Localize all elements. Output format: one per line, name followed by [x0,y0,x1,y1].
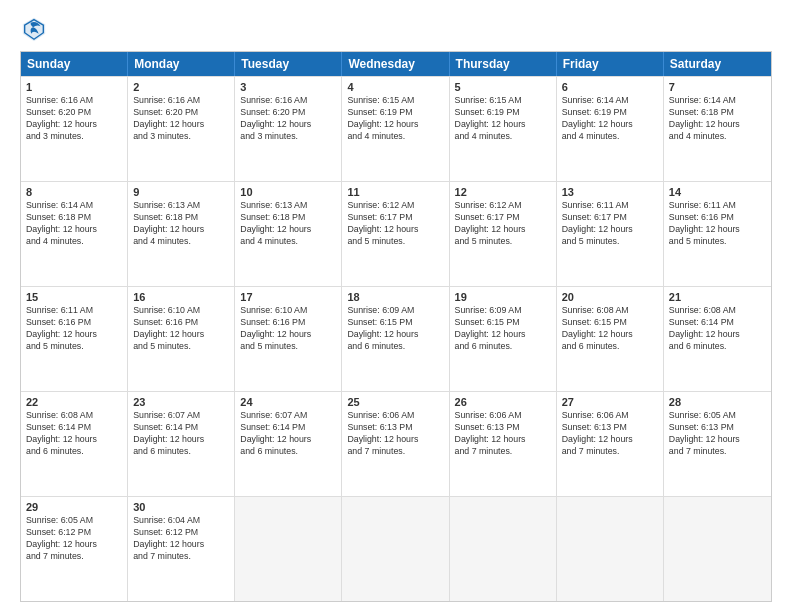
day-info: Sunrise: 6:14 AM Sunset: 6:18 PM Dayligh… [669,95,766,143]
day-number: 29 [26,501,122,513]
day-cell-26: 26Sunrise: 6:06 AM Sunset: 6:13 PM Dayli… [450,392,557,496]
day-info: Sunrise: 6:07 AM Sunset: 6:14 PM Dayligh… [240,410,336,458]
day-cell-24: 24Sunrise: 6:07 AM Sunset: 6:14 PM Dayli… [235,392,342,496]
empty-cell [450,497,557,601]
calendar: SundayMondayTuesdayWednesdayThursdayFrid… [20,51,772,602]
day-info: Sunrise: 6:14 AM Sunset: 6:19 PM Dayligh… [562,95,658,143]
day-info: Sunrise: 6:06 AM Sunset: 6:13 PM Dayligh… [347,410,443,458]
day-info: Sunrise: 6:06 AM Sunset: 6:13 PM Dayligh… [455,410,551,458]
day-number: 7 [669,81,766,93]
day-info: Sunrise: 6:05 AM Sunset: 6:12 PM Dayligh… [26,515,122,563]
day-number: 13 [562,186,658,198]
day-number: 30 [133,501,229,513]
day-cell-6: 6Sunrise: 6:14 AM Sunset: 6:19 PM Daylig… [557,77,664,181]
day-number: 8 [26,186,122,198]
calendar-row-2: 8Sunrise: 6:14 AM Sunset: 6:18 PM Daylig… [21,181,771,286]
day-cell-14: 14Sunrise: 6:11 AM Sunset: 6:16 PM Dayli… [664,182,771,286]
day-cell-2: 2Sunrise: 6:16 AM Sunset: 6:20 PM Daylig… [128,77,235,181]
day-cell-10: 10Sunrise: 6:13 AM Sunset: 6:18 PM Dayli… [235,182,342,286]
day-cell-27: 27Sunrise: 6:06 AM Sunset: 6:13 PM Dayli… [557,392,664,496]
day-number: 21 [669,291,766,303]
page: SundayMondayTuesdayWednesdayThursdayFrid… [0,0,792,612]
day-number: 24 [240,396,336,408]
empty-cell [342,497,449,601]
day-info: Sunrise: 6:09 AM Sunset: 6:15 PM Dayligh… [347,305,443,353]
day-info: Sunrise: 6:13 AM Sunset: 6:18 PM Dayligh… [240,200,336,248]
day-info: Sunrise: 6:14 AM Sunset: 6:18 PM Dayligh… [26,200,122,248]
calendar-row-1: 1Sunrise: 6:16 AM Sunset: 6:20 PM Daylig… [21,76,771,181]
day-cell-5: 5Sunrise: 6:15 AM Sunset: 6:19 PM Daylig… [450,77,557,181]
day-number: 12 [455,186,551,198]
day-info: Sunrise: 6:15 AM Sunset: 6:19 PM Dayligh… [347,95,443,143]
day-cell-23: 23Sunrise: 6:07 AM Sunset: 6:14 PM Dayli… [128,392,235,496]
day-cell-7: 7Sunrise: 6:14 AM Sunset: 6:18 PM Daylig… [664,77,771,181]
calendar-row-3: 15Sunrise: 6:11 AM Sunset: 6:16 PM Dayli… [21,286,771,391]
day-info: Sunrise: 6:08 AM Sunset: 6:14 PM Dayligh… [669,305,766,353]
day-info: Sunrise: 6:15 AM Sunset: 6:19 PM Dayligh… [455,95,551,143]
day-number: 15 [26,291,122,303]
day-info: Sunrise: 6:10 AM Sunset: 6:16 PM Dayligh… [240,305,336,353]
header-day-monday: Monday [128,52,235,76]
day-info: Sunrise: 6:12 AM Sunset: 6:17 PM Dayligh… [347,200,443,248]
day-cell-13: 13Sunrise: 6:11 AM Sunset: 6:17 PM Dayli… [557,182,664,286]
header-day-friday: Friday [557,52,664,76]
day-cell-28: 28Sunrise: 6:05 AM Sunset: 6:13 PM Dayli… [664,392,771,496]
day-info: Sunrise: 6:06 AM Sunset: 6:13 PM Dayligh… [562,410,658,458]
calendar-body: 1Sunrise: 6:16 AM Sunset: 6:20 PM Daylig… [21,76,771,601]
day-cell-22: 22Sunrise: 6:08 AM Sunset: 6:14 PM Dayli… [21,392,128,496]
day-number: 19 [455,291,551,303]
day-info: Sunrise: 6:11 AM Sunset: 6:17 PM Dayligh… [562,200,658,248]
calendar-row-5: 29Sunrise: 6:05 AM Sunset: 6:12 PM Dayli… [21,496,771,601]
day-cell-12: 12Sunrise: 6:12 AM Sunset: 6:17 PM Dayli… [450,182,557,286]
day-info: Sunrise: 6:05 AM Sunset: 6:13 PM Dayligh… [669,410,766,458]
empty-cell [664,497,771,601]
header-day-wednesday: Wednesday [342,52,449,76]
day-number: 6 [562,81,658,93]
empty-cell [235,497,342,601]
day-cell-16: 16Sunrise: 6:10 AM Sunset: 6:16 PM Dayli… [128,287,235,391]
day-number: 10 [240,186,336,198]
day-info: Sunrise: 6:11 AM Sunset: 6:16 PM Dayligh… [669,200,766,248]
day-number: 16 [133,291,229,303]
day-number: 18 [347,291,443,303]
day-cell-20: 20Sunrise: 6:08 AM Sunset: 6:15 PM Dayli… [557,287,664,391]
day-info: Sunrise: 6:08 AM Sunset: 6:14 PM Dayligh… [26,410,122,458]
day-info: Sunrise: 6:09 AM Sunset: 6:15 PM Dayligh… [455,305,551,353]
day-info: Sunrise: 6:11 AM Sunset: 6:16 PM Dayligh… [26,305,122,353]
day-cell-1: 1Sunrise: 6:16 AM Sunset: 6:20 PM Daylig… [21,77,128,181]
day-cell-25: 25Sunrise: 6:06 AM Sunset: 6:13 PM Dayli… [342,392,449,496]
day-number: 11 [347,186,443,198]
day-number: 23 [133,396,229,408]
day-info: Sunrise: 6:04 AM Sunset: 6:12 PM Dayligh… [133,515,229,563]
day-cell-18: 18Sunrise: 6:09 AM Sunset: 6:15 PM Dayli… [342,287,449,391]
day-number: 5 [455,81,551,93]
header [20,15,772,43]
calendar-row-4: 22Sunrise: 6:08 AM Sunset: 6:14 PM Dayli… [21,391,771,496]
day-info: Sunrise: 6:12 AM Sunset: 6:17 PM Dayligh… [455,200,551,248]
day-cell-11: 11Sunrise: 6:12 AM Sunset: 6:17 PM Dayli… [342,182,449,286]
day-cell-15: 15Sunrise: 6:11 AM Sunset: 6:16 PM Dayli… [21,287,128,391]
day-cell-8: 8Sunrise: 6:14 AM Sunset: 6:18 PM Daylig… [21,182,128,286]
day-info: Sunrise: 6:07 AM Sunset: 6:14 PM Dayligh… [133,410,229,458]
day-cell-30: 30Sunrise: 6:04 AM Sunset: 6:12 PM Dayli… [128,497,235,601]
day-number: 17 [240,291,336,303]
day-info: Sunrise: 6:16 AM Sunset: 6:20 PM Dayligh… [26,95,122,143]
day-number: 26 [455,396,551,408]
day-cell-19: 19Sunrise: 6:09 AM Sunset: 6:15 PM Dayli… [450,287,557,391]
day-number: 4 [347,81,443,93]
header-day-tuesday: Tuesday [235,52,342,76]
logo [20,15,52,43]
day-cell-4: 4Sunrise: 6:15 AM Sunset: 6:19 PM Daylig… [342,77,449,181]
day-info: Sunrise: 6:10 AM Sunset: 6:16 PM Dayligh… [133,305,229,353]
day-info: Sunrise: 6:13 AM Sunset: 6:18 PM Dayligh… [133,200,229,248]
calendar-header: SundayMondayTuesdayWednesdayThursdayFrid… [21,52,771,76]
logo-icon [20,15,48,43]
day-cell-21: 21Sunrise: 6:08 AM Sunset: 6:14 PM Dayli… [664,287,771,391]
day-number: 1 [26,81,122,93]
day-cell-29: 29Sunrise: 6:05 AM Sunset: 6:12 PM Dayli… [21,497,128,601]
day-info: Sunrise: 6:16 AM Sunset: 6:20 PM Dayligh… [133,95,229,143]
day-info: Sunrise: 6:16 AM Sunset: 6:20 PM Dayligh… [240,95,336,143]
header-day-thursday: Thursday [450,52,557,76]
day-number: 25 [347,396,443,408]
header-day-saturday: Saturday [664,52,771,76]
